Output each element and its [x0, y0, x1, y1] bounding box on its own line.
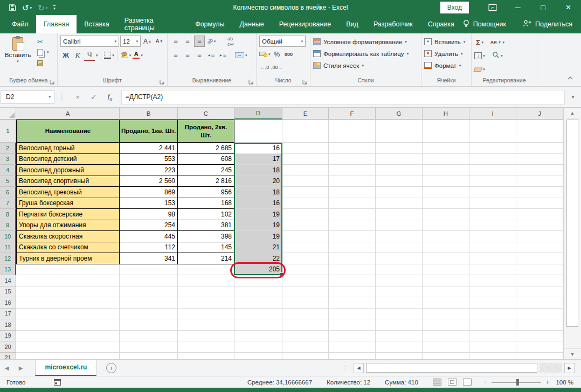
cell-D4[interactable]: 18 — [234, 165, 282, 176]
assistant-button[interactable]: Помощник — [462, 19, 507, 30]
cell-E20[interactable] — [282, 341, 329, 353]
tab-home[interactable]: Главная — [36, 15, 77, 33]
cell-B8[interactable]: 98 — [120, 209, 178, 220]
cell-A20[interactable] — [16, 341, 120, 353]
cell-C10[interactable]: 398 — [178, 231, 234, 242]
cell-F7[interactable] — [329, 198, 376, 209]
cell-F9[interactable] — [329, 220, 376, 232]
customize-qat-button[interactable]: ▾ — [53, 5, 56, 10]
cell-D12[interactable]: 22 — [234, 253, 282, 264]
decrease-decimal-button[interactable]: ,00→ — [271, 61, 283, 73]
cell-A18[interactable] — [16, 319, 120, 331]
cell-E19[interactable] — [282, 331, 329, 342]
cell-E7[interactable] — [282, 198, 329, 209]
cell-C15[interactable] — [178, 286, 234, 298]
font-color-button[interactable]: А▾ — [133, 50, 143, 61]
cell-F19[interactable] — [329, 331, 376, 342]
cell-E2[interactable] — [282, 143, 329, 154]
increase-indent-button[interactable]: ▸≡ — [218, 50, 229, 61]
cell-I1[interactable] — [469, 120, 516, 143]
cell-I6[interactable] — [469, 187, 516, 198]
column-header-E[interactable]: E — [282, 108, 329, 120]
cell-H3[interactable] — [423, 154, 469, 165]
vertical-scrollbar[interactable]: ▲ ▼ — [563, 108, 581, 359]
cut-button[interactable]: ✂ — [37, 37, 49, 46]
row-header-15[interactable]: 15 — [0, 286, 16, 298]
save-icon[interactable] — [9, 4, 16, 11]
cell-H9[interactable] — [423, 220, 469, 232]
cell-E8[interactable] — [282, 209, 329, 220]
align-center-button[interactable]: ≡ — [182, 50, 193, 61]
italic-button[interactable]: К — [72, 50, 83, 61]
cell-A1[interactable]: Наименование — [16, 120, 120, 143]
cell-F12[interactable] — [329, 253, 376, 264]
cell-F16[interactable] — [329, 297, 376, 309]
undo-button[interactable]: ↺▾ — [22, 4, 32, 12]
cell-D10[interactable]: 19 — [234, 231, 282, 242]
alignment-dialog-launcher-icon[interactable] — [248, 79, 254, 85]
cell-H12[interactable] — [423, 253, 469, 264]
row-header-21[interactable]: 21 — [0, 353, 16, 360]
cell-B7[interactable]: 153 — [120, 198, 178, 209]
paste-button[interactable]: Вставить ▾ — [3, 36, 33, 76]
cell-J19[interactable] — [516, 331, 563, 342]
orientation-button[interactable]: ab▾ — [206, 36, 217, 47]
cell-A10[interactable]: Скакалка скоростная — [16, 231, 120, 242]
fill-button[interactable]: ↓▾ — [474, 50, 485, 61]
cell-A14[interactable] — [16, 275, 120, 286]
row-header-17[interactable]: 17 — [0, 309, 16, 320]
number-dialog-launcher-icon[interactable] — [302, 79, 308, 85]
cell-H14[interactable] — [423, 275, 469, 286]
cell-I9[interactable] — [469, 220, 516, 232]
cell-J6[interactable] — [516, 187, 563, 198]
scroll-left-arrow-icon[interactable]: ◀ — [354, 363, 364, 373]
tab-developer[interactable]: Разработчик — [366, 15, 420, 33]
row-header-11[interactable]: 11 — [0, 242, 16, 254]
font-dialog-launcher-icon[interactable] — [160, 79, 165, 85]
row-header-6[interactable]: 6 — [0, 187, 16, 198]
cell-C17[interactable] — [178, 309, 234, 320]
cell-C20[interactable] — [178, 341, 234, 353]
cell-G19[interactable] — [376, 331, 423, 342]
cell-I18[interactable] — [469, 319, 516, 331]
cell-B16[interactable] — [120, 297, 178, 309]
cell-I3[interactable] — [469, 154, 516, 165]
cell-A8[interactable]: Перчатки боксерские — [16, 209, 120, 220]
cell-G18[interactable] — [376, 319, 423, 331]
cell-D2[interactable]: 16 — [234, 143, 282, 154]
expand-formula-bar-icon[interactable]: ▾ — [565, 94, 581, 100]
cell-H16[interactable] — [423, 297, 469, 309]
cell-A9[interactable]: Упоры для отжимания — [16, 220, 120, 232]
insert-function-button[interactable]: fx — [102, 92, 118, 102]
cell-A17[interactable] — [16, 309, 120, 320]
cell-styles-button[interactable]: Стили ячеек▾ — [313, 60, 409, 71]
cell-H15[interactable] — [423, 286, 469, 298]
cell-J8[interactable] — [516, 209, 563, 220]
cell-E1[interactable] — [282, 120, 329, 143]
fill-color-button[interactable]: ▾ — [121, 50, 132, 61]
zoom-slider[interactable] — [492, 382, 541, 383]
cell-F13[interactable] — [329, 264, 376, 276]
cell-H17[interactable] — [423, 309, 469, 320]
prev-sheet-arrow-icon[interactable]: ◀ — [0, 365, 14, 371]
column-header-F[interactable]: F — [329, 108, 376, 120]
close-button[interactable]: × — [556, 0, 581, 15]
column-header-G[interactable]: G — [376, 108, 423, 120]
cell-E5[interactable] — [282, 176, 329, 187]
cell-C19[interactable] — [178, 331, 234, 342]
cell-D17[interactable] — [234, 309, 282, 320]
cell-E3[interactable] — [282, 154, 329, 165]
row-header-19[interactable]: 19 — [0, 331, 16, 342]
cell-F17[interactable] — [329, 309, 376, 320]
cell-G21[interactable] — [376, 353, 423, 360]
tab-review[interactable]: Рецензирование — [272, 15, 339, 33]
cell-G6[interactable] — [376, 187, 423, 198]
cell-A7[interactable]: Груша боксерская — [16, 198, 120, 209]
cell-I4[interactable] — [469, 165, 516, 176]
format-as-table-button[interactable]: Форматировать как таблицу▾ — [313, 48, 409, 59]
borders-button[interactable]: ▾ — [104, 50, 115, 61]
cell-B14[interactable] — [120, 275, 178, 286]
row-header-9[interactable]: 9 — [0, 220, 16, 232]
cell-G2[interactable] — [376, 143, 423, 154]
sort-filter-button[interactable]: АЯ▼▾ — [490, 37, 504, 48]
